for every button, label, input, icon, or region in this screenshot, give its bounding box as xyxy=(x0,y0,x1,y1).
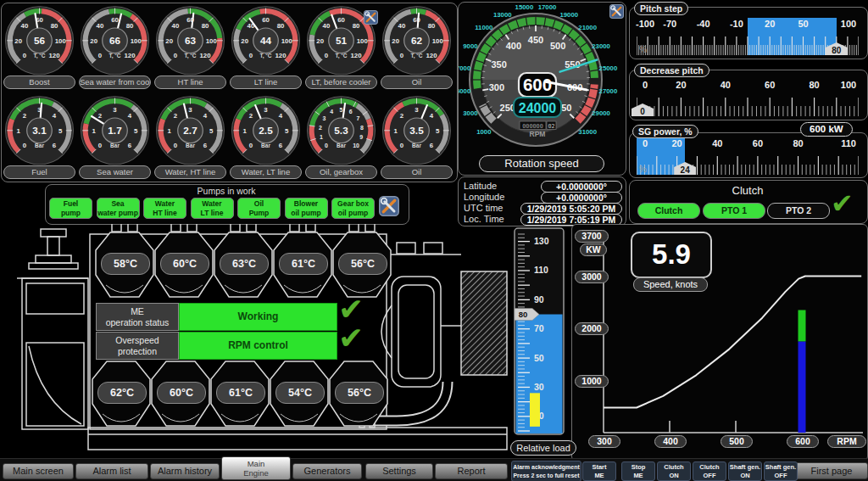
tab-main-screen[interactable]: Main screen xyxy=(3,463,74,479)
tab-alarm-list[interactable]: Alarm list xyxy=(75,463,148,479)
svg-text:T, °C: T, °C xyxy=(184,53,196,59)
cylinder-temp-bottom-3: 61°C xyxy=(216,382,265,404)
svg-text:5: 5 xyxy=(209,127,214,135)
gauge-label: Boost xyxy=(3,76,75,89)
control-button-start-me[interactable]: StartME xyxy=(582,461,616,481)
svg-text:30: 30 xyxy=(534,382,544,392)
svg-text:2: 2 xyxy=(23,112,27,120)
svg-text:3: 3 xyxy=(188,106,192,114)
control-button-stop-me[interactable]: StopME xyxy=(621,461,655,481)
svg-text:80: 80 xyxy=(126,22,134,30)
svg-text:2: 2 xyxy=(400,112,404,120)
ruler-tick-label: -70 xyxy=(658,19,682,29)
speed-units-label: Speed, knots xyxy=(633,277,708,292)
svg-text:6: 6 xyxy=(53,142,57,149)
svg-text:20: 20 xyxy=(14,37,22,45)
svg-text:3000: 3000 xyxy=(463,109,478,117)
svg-text:100: 100 xyxy=(206,37,218,45)
overspeed-protection-label-line1: Overspeed xyxy=(97,335,178,346)
gauge-dial: 020406080100120T, °C66 xyxy=(78,3,152,76)
nav-value: 1/29/2019 5:05:20 PM xyxy=(520,203,622,215)
control-button-clutch-off[interactable]: ClutchOFF xyxy=(693,461,726,481)
svg-text:3.5: 3.5 xyxy=(409,125,424,136)
power-rpm-chart xyxy=(571,224,866,460)
first-page-button[interactable]: First page xyxy=(795,462,868,479)
pump-button-sea-water-pump[interactable]: Seawater pump xyxy=(97,198,140,219)
svg-text:27000: 27000 xyxy=(599,87,618,95)
clutch-button-clutch[interactable]: Clutch xyxy=(637,203,700,219)
svg-text:0: 0 xyxy=(98,142,103,149)
svg-text:350: 350 xyxy=(491,59,506,70)
svg-text:40: 40 xyxy=(21,22,29,30)
svg-text:T, °C: T, °C xyxy=(33,53,45,59)
svg-text:4: 4 xyxy=(203,112,208,120)
svg-text:6: 6 xyxy=(279,142,283,149)
svg-text:21000: 21000 xyxy=(578,24,597,31)
chart-y-tick-2000: 2000 xyxy=(575,322,609,335)
control-button-shaft-gen-on[interactable]: Shaft gen.ON xyxy=(728,461,762,481)
svg-text:2: 2 xyxy=(174,112,178,120)
cylinder-temp-bottom-1: 62°C xyxy=(97,382,147,404)
ruler-tick-label: 110 xyxy=(837,138,860,148)
gauge-label: Sea water from cooler xyxy=(79,76,151,89)
nav-label: Loc. Time xyxy=(464,214,504,224)
pumps-settings-tools-icon[interactable] xyxy=(379,196,399,216)
svg-text:Bar: Bar xyxy=(186,143,195,148)
svg-text:0: 0 xyxy=(98,52,103,59)
me-operation-status-label-line2: operation status xyxy=(97,317,178,328)
svg-text:0: 0 xyxy=(249,52,253,59)
gauge-dial: 0123456Bar3.1 xyxy=(3,93,76,165)
sg-power-ruler: 02040608011024% xyxy=(637,137,859,175)
clutch-button-pto-2[interactable]: PTO 2 xyxy=(767,203,830,219)
pitch-step-title: Pitch step xyxy=(634,2,688,15)
pump-button-gear-box-oil-pump[interactable]: Gear boxoil pump xyxy=(331,198,375,219)
tab-main-engine[interactable]: MainEngine xyxy=(221,456,291,480)
pump-button-blower-oil-pump[interactable]: Bloweroil pump xyxy=(285,198,328,219)
svg-text:1.7: 1.7 xyxy=(108,125,122,136)
rotation-speed-gauge: 1000300050007000900011000130001500017000… xyxy=(459,3,620,154)
clutch-button-pto-1[interactable]: PTO 1 xyxy=(703,203,765,219)
pump-button-fuel-pump[interactable]: Fuelpump xyxy=(49,198,92,219)
tab-generators[interactable]: Generators xyxy=(292,463,362,479)
pump-button-oil-pump[interactable]: OilPump xyxy=(237,198,281,219)
sg-power-kw-badge: 600 kW xyxy=(800,122,853,137)
svg-text:120: 120 xyxy=(200,52,212,59)
alarm-acknowledgment-button[interactable]: Alarm acknowledgmentPress 2 sec to full … xyxy=(511,461,581,481)
svg-text:7000: 7000 xyxy=(459,64,471,72)
ruler-ticks xyxy=(637,30,859,55)
ruler-tick-label: 80 xyxy=(803,80,826,90)
tab-alarm-history[interactable]: Alarm history xyxy=(150,463,220,479)
control-button-clutch-on[interactable]: ClutchON xyxy=(657,461,691,481)
svg-text:0: 0 xyxy=(174,52,178,59)
svg-text:4: 4 xyxy=(330,109,333,115)
svg-text:0: 0 xyxy=(23,52,27,59)
svg-text:20: 20 xyxy=(90,37,97,45)
gauge-settings-tools-icon[interactable] xyxy=(364,10,378,25)
gauge-sea-water: 0123456Bar1.7Sea water xyxy=(78,93,152,179)
svg-text:3: 3 xyxy=(323,115,326,121)
cylinder-temp-top-1: 58°C xyxy=(101,253,150,275)
svg-text:40: 40 xyxy=(172,22,180,30)
svg-text:15000: 15000 xyxy=(515,3,534,11)
svg-text:120: 120 xyxy=(125,52,136,59)
chart-x-axis-unit: RPM xyxy=(827,435,866,448)
svg-text:2: 2 xyxy=(249,112,253,120)
svg-text:T, °C: T, °C xyxy=(410,53,422,59)
svg-text:120: 120 xyxy=(426,52,438,59)
cylinder-temp-bottom-2: 60°C xyxy=(157,382,206,404)
control-button-shaft-gen-off[interactable]: Shaft gen.OFF xyxy=(764,461,798,481)
ruler-tick-label: 0 xyxy=(633,138,657,148)
svg-text:2: 2 xyxy=(98,112,103,120)
gauge-label: Fuel xyxy=(3,165,75,179)
pump-button-water-ht-line[interactable]: WaterHT line xyxy=(143,198,186,219)
svg-text:Bar: Bar xyxy=(261,143,270,148)
tab-report[interactable]: Report xyxy=(435,463,508,479)
svg-text:9000: 9000 xyxy=(463,42,478,50)
chart-y-tick-3000: 3000 xyxy=(575,271,609,283)
svg-text:120: 120 xyxy=(49,52,61,59)
tab-settings[interactable]: Settings xyxy=(365,463,433,479)
svg-text:130: 130 xyxy=(534,236,549,246)
rotation-settings-tools-icon[interactable] xyxy=(609,4,624,19)
pump-button-water-lt-line[interactable]: WaterLT line xyxy=(191,198,234,219)
svg-text:120: 120 xyxy=(275,52,287,59)
